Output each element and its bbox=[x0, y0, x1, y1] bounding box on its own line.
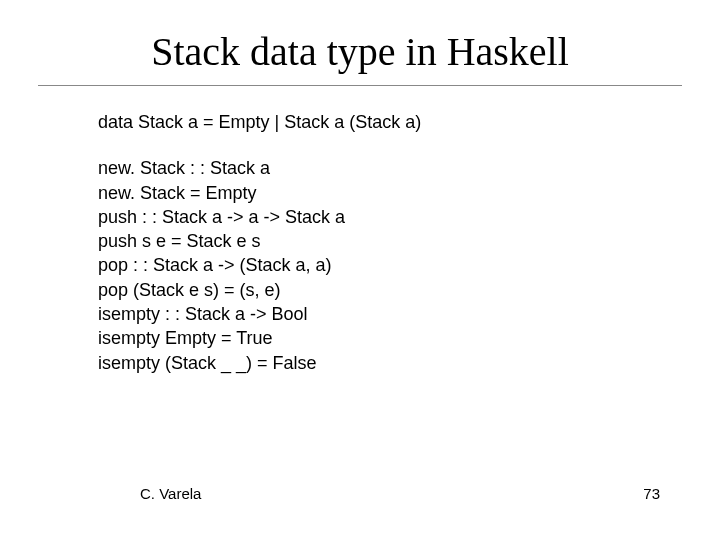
slide-title: Stack data type in Haskell bbox=[0, 0, 720, 85]
code-line: push s e = Stack e s bbox=[98, 229, 622, 253]
code-line: new. Stack : : Stack a bbox=[98, 156, 622, 180]
code-line: new. Stack = Empty bbox=[98, 181, 622, 205]
slide-content: data Stack a = Empty | Stack a (Stack a)… bbox=[0, 86, 720, 375]
footer-page-number: 73 bbox=[643, 485, 660, 502]
code-line: isempty : : Stack a -> Bool bbox=[98, 302, 622, 326]
code-line: pop (Stack e s) = (s, e) bbox=[98, 278, 622, 302]
data-declaration-line: data Stack a = Empty | Stack a (Stack a) bbox=[98, 110, 622, 134]
footer-author: C. Varela bbox=[140, 485, 201, 502]
code-line: isempty (Stack _ _) = False bbox=[98, 351, 622, 375]
code-line: isempty Empty = True bbox=[98, 326, 622, 350]
code-block: new. Stack : : Stack a new. Stack = Empt… bbox=[98, 156, 622, 375]
code-line: push : : Stack a -> a -> Stack a bbox=[98, 205, 622, 229]
code-line: pop : : Stack a -> (Stack a, a) bbox=[98, 253, 622, 277]
slide-footer: C. Varela 73 bbox=[0, 485, 720, 502]
